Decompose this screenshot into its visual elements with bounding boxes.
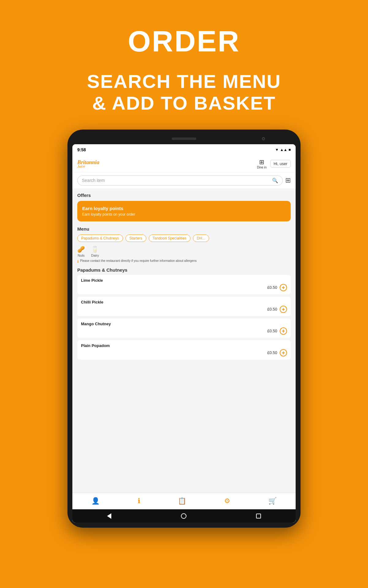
hi-user-button[interactable]: Hi, user xyxy=(270,160,291,168)
allergen-notice-text: Please contact the restaurant directly i… xyxy=(80,259,197,262)
add-item-0-button[interactable]: + xyxy=(280,284,287,291)
info-icon: ℹ xyxy=(77,259,79,264)
gear-icon: ⚙ xyxy=(224,497,230,505)
screen: 9:58 ▼ ▲▲ ■ Britannia Juice ⊞ Dine in Hi… xyxy=(72,144,296,523)
allergen-nuts: 🥜 Nuts xyxy=(77,246,85,257)
menu-item-0: Lime Pickle £0.50 + xyxy=(77,275,291,294)
menu-item-name-3: Plain Popadom xyxy=(81,343,287,348)
tab-starters[interactable]: Starters xyxy=(125,235,146,242)
menu-item-price-0: £0.50 xyxy=(267,285,277,290)
menu-item-price-2: £0.50 xyxy=(267,329,277,333)
menu-current-section: Papadums & Chutneys xyxy=(77,267,291,273)
back-button[interactable] xyxy=(107,513,111,519)
allergen-notice: ℹ Please contact the restaurant directly… xyxy=(77,259,291,264)
menu-item-price-3: £0.50 xyxy=(267,350,277,355)
search-placeholder: Search item xyxy=(82,178,270,183)
nav-user[interactable]: 👤 xyxy=(91,497,100,505)
android-nav-bar xyxy=(72,509,296,523)
menu-section-title: Menu xyxy=(77,226,291,232)
offers-section-title: Offers xyxy=(77,193,291,198)
status-time: 9:58 xyxy=(77,147,86,152)
logo: Britannia Juice xyxy=(77,159,99,168)
qr-icon: ⊞ xyxy=(259,158,264,166)
status-icons: ▼ ▲▲ ■ xyxy=(275,148,291,152)
allergen-dairy: 🥛 Dairy xyxy=(91,246,99,257)
recents-button[interactable] xyxy=(256,514,261,518)
tab-tandoori[interactable]: Tandoori Specialities xyxy=(149,235,190,242)
menu-icon: 📋 xyxy=(178,497,186,505)
menu-item-bottom-0: £0.50 + xyxy=(81,284,287,291)
menu-item-name-0: Lime Pickle xyxy=(81,278,287,283)
dine-in-section[interactable]: ⊞ Dine in xyxy=(257,158,266,169)
wifi-icon: ▼ xyxy=(275,148,279,152)
allergen-nuts-label: Nuts xyxy=(78,254,85,257)
add-item-2-button[interactable]: + xyxy=(280,327,287,335)
device: 9:58 ▼ ▲▲ ■ Britannia Juice ⊞ Dine in Hi… xyxy=(67,130,301,528)
battery-icon: ■ xyxy=(289,148,291,152)
home-button[interactable] xyxy=(181,513,186,519)
offers-card-title: Earn loyalty points xyxy=(82,206,286,211)
menu-item-3: Plain Popadom £0.50 + xyxy=(77,340,291,360)
page-subtitle: SEARCH THE MENU& ADD TO BASKET xyxy=(87,70,281,114)
nuts-icon: 🥜 xyxy=(77,246,85,253)
header-right: ⊞ Dine in Hi, user xyxy=(257,158,291,169)
menu-item-name-1: Chilli Pickle xyxy=(81,300,287,304)
table-icon[interactable]: ⊞ xyxy=(285,176,291,184)
bottom-nav: 👤 ℹ 📋 ⚙ 🛒 xyxy=(72,493,296,509)
add-item-3-button[interactable]: + xyxy=(280,349,287,356)
tab-papadums[interactable]: Papadums & Chutneys xyxy=(77,235,123,242)
nav-settings[interactable]: ⚙ xyxy=(224,497,230,505)
add-item-1-button[interactable]: + xyxy=(280,306,287,313)
nav-basket[interactable]: 🛒 xyxy=(268,497,277,505)
search-bar[interactable]: Search item 🔍 xyxy=(77,175,283,186)
device-camera xyxy=(262,137,265,140)
info-nav-icon: ℹ xyxy=(138,497,140,505)
menu-item-price-1: £0.50 xyxy=(267,307,277,311)
status-bar: 9:58 ▼ ▲▲ ■ xyxy=(72,144,296,155)
nav-menu[interactable]: 📋 xyxy=(178,497,186,505)
menu-item-1: Chilli Pickle £0.50 + xyxy=(77,297,291,316)
menu-item-bottom-3: £0.50 + xyxy=(81,349,287,356)
page-title: ORDER xyxy=(128,24,240,58)
menu-item-bottom-2: £0.50 + xyxy=(81,327,287,335)
offers-card-subtitle: Earn loyalty points on your order xyxy=(82,212,286,217)
menu-item-2: Mango Chutney £0.50 + xyxy=(77,318,291,338)
app-header: Britannia Juice ⊞ Dine in Hi, user xyxy=(72,155,296,172)
signal-icon: ▲▲ xyxy=(280,148,287,152)
menu-item-name-2: Mango Chutney xyxy=(81,322,287,326)
search-section: Search item 🔍 ⊞ xyxy=(72,172,296,189)
nav-info[interactable]: ℹ xyxy=(138,497,140,505)
dine-in-label: Dine in xyxy=(257,166,266,169)
device-top-bar xyxy=(72,134,296,143)
tab-more[interactable]: DH... xyxy=(193,235,209,242)
dairy-icon: 🥛 xyxy=(91,246,99,253)
device-speaker xyxy=(172,138,196,140)
allergen-dairy-label: Dairy xyxy=(91,254,99,257)
basket-icon: 🛒 xyxy=(268,497,277,505)
search-icon[interactable]: 🔍 xyxy=(272,178,278,183)
content: Offers Earn loyalty points Earn loyalty … xyxy=(72,189,296,493)
allergens-row: 🥜 Nuts 🥛 Dairy xyxy=(77,246,291,257)
menu-item-bottom-1: £0.50 + xyxy=(81,306,287,313)
user-icon: 👤 xyxy=(91,497,100,505)
offers-card[interactable]: Earn loyalty points Earn loyalty points … xyxy=(77,201,291,221)
menu-tabs: Papadums & Chutneys Starters Tandoori Sp… xyxy=(77,235,291,242)
